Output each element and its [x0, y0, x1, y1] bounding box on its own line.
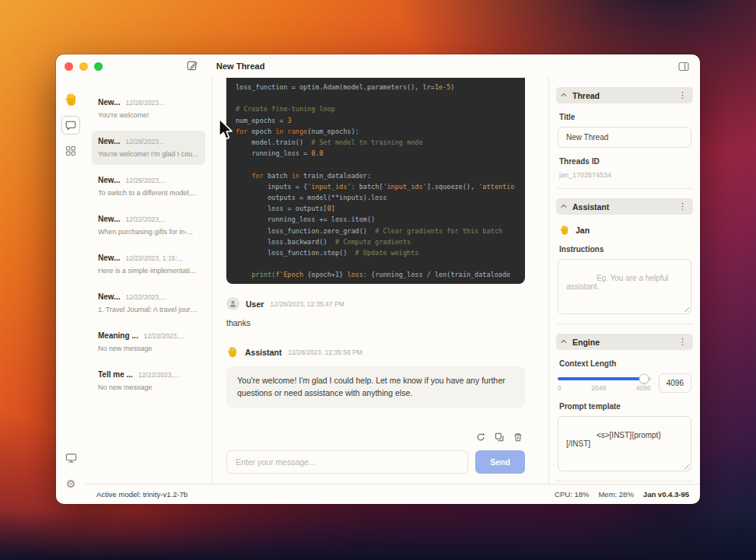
chat-scroll-area[interactable]: loss_function = optim.Adam(model.paramet…: [226, 78, 525, 423]
thread-item-preview: Here is a simple implementati...: [98, 267, 199, 275]
prompt-template-value: <s>[INST]{prompt} [/INST]: [566, 431, 661, 448]
thread-item-date: 12/22/2023, 1:15:...: [126, 254, 183, 262]
grid-icon: [65, 145, 76, 156]
window-title: New Thread: [216, 61, 264, 71]
message-timestamp: 12/28/2023, 12:35:47 PM: [270, 300, 344, 308]
close-button[interactable]: [65, 62, 73, 71]
kebab-menu-icon[interactable]: ⋮: [678, 202, 687, 211]
app-version: Jan v0.4.3-95: [643, 490, 689, 499]
chevron-up-icon: [561, 340, 566, 345]
thread-item-date: 12/26/2023,...: [126, 177, 166, 184]
toggle-right-panel-button[interactable]: [678, 61, 689, 75]
instructions-placeholder: Eg. You are a helpful assistant.: [566, 274, 670, 291]
resize-handle[interactable]: [683, 463, 689, 469]
thread-list: New... 12/28/2023... You're welcome! New…: [86, 78, 212, 484]
assistant-section-header[interactable]: Assistant ⋮: [556, 198, 693, 215]
thread-section-header[interactable]: Thread ⋮: [556, 87, 693, 103]
status-bar: Active model: trinity-v1.2-7b CPU: 18% M…: [86, 484, 700, 504]
thread-title-input[interactable]: New Thread: [558, 127, 691, 148]
copy-button[interactable]: [492, 430, 506, 444]
instructions-textarea[interactable]: Eg. You are a helpful assistant.: [558, 259, 691, 314]
monitor-icon: [65, 453, 77, 464]
thread-item-title: New...: [98, 254, 121, 262]
assistant-message-bubble: You're welcome! I'm glad I could help. L…: [226, 366, 525, 408]
instructions-label: Instructions: [559, 245, 690, 254]
code-block: loss_function = optim.Adam(model.paramet…: [226, 78, 525, 284]
thread-list-item[interactable]: New... 12/22/2023,... 1. Travel Journal:…: [92, 286, 205, 320]
thread-item-preview: You're welcome! I'm glad I cou...: [98, 150, 199, 158]
thread-item-title: New...: [98, 292, 121, 301]
thread-item-preview: To switch to a different model,...: [98, 189, 199, 197]
thread-list-item[interactable]: New... 12/26/2023,... To switch to a dif…: [92, 170, 205, 204]
cpu-status: CPU: 18%: [555, 490, 589, 499]
settings-panel: Thread ⋮ Title New Thread Threads ID jan…: [548, 78, 700, 484]
thread-item-preview: No new message: [98, 345, 199, 352]
titlebar: New Thread: [56, 54, 700, 78]
chat-main: loss_function = optim.Adam(model.paramet…: [212, 78, 548, 484]
nav-hub[interactable]: [61, 142, 80, 160]
left-rail: ⚙: [56, 78, 86, 504]
new-thread-button[interactable]: [187, 60, 198, 75]
regenerate-button[interactable]: [474, 430, 488, 444]
refresh-icon: [476, 432, 485, 442]
assistant-section: Assistant ⋮: [556, 198, 693, 324]
zoom-button[interactable]: [94, 62, 103, 71]
copy-icon: [495, 432, 504, 442]
context-length-value[interactable]: 4096: [659, 373, 691, 393]
app-window: New Thread: [56, 54, 700, 504]
message-input[interactable]: [226, 450, 468, 474]
thread-item-date: 12/22/2023,...: [138, 371, 179, 379]
threads-id-label: Threads ID: [559, 157, 690, 166]
minimize-button[interactable]: [79, 62, 88, 71]
thread-item-title: Tell me ...: [98, 370, 133, 379]
mem-status: Mem: 28%: [598, 490, 633, 499]
active-model-status: Active model: trinity-v1.2-7b: [96, 490, 555, 499]
gear-icon: ⚙: [66, 478, 76, 489]
thread-item-preview: No new message: [98, 383, 199, 391]
kebab-menu-icon[interactable]: ⋮: [678, 91, 687, 100]
slider-handle[interactable]: [639, 374, 649, 384]
message-author: Assistant: [245, 348, 282, 357]
nav-system-monitor[interactable]: [61, 449, 80, 467]
thread-item-preview: When purchasing gifts for in-...: [98, 228, 199, 236]
kebab-menu-icon[interactable]: ⋮: [678, 338, 687, 346]
traffic-lights: [65, 62, 103, 71]
thread-item-date: 12/22/2023,...: [126, 215, 166, 223]
nav-settings[interactable]: ⚙: [61, 474, 80, 493]
send-button[interactable]: Send: [475, 450, 525, 474]
chevron-up-icon: [561, 205, 566, 210]
app-logo: [61, 90, 80, 109]
thread-item-preview: 1. Travel Journal: A travel journ...: [98, 306, 199, 313]
delete-button[interactable]: [511, 430, 525, 444]
context-length-slider[interactable]: [558, 377, 651, 380]
thread-list-item[interactable]: New... 12/22/2023, 1:15:... Here is a si…: [92, 247, 205, 282]
thread-item-date: 12/28/2023...: [126, 138, 165, 145]
composer: Send: [226, 450, 525, 474]
thread-section: Thread ⋮ Title New Thread Threads ID jan…: [556, 87, 693, 189]
sidebar-toggle-icon: [678, 61, 689, 72]
thread-item-title: New...: [98, 215, 121, 223]
wave-hand-icon: [226, 346, 239, 359]
thread-list-item[interactable]: New... 12/28/2023... You're welcome! I'm…: [92, 131, 205, 165]
title-label: Title: [559, 113, 690, 121]
person-icon: [229, 299, 237, 308]
wave-hand-icon: [559, 225, 570, 236]
thread-item-title: New...: [98, 137, 121, 145]
thread-list-item[interactable]: Tell me ... 12/22/2023,... No new messag…: [92, 364, 205, 398]
prompt-template-textarea[interactable]: <s>[INST]{prompt} [/INST]: [558, 416, 691, 471]
message-timestamp: 12/28/2023, 12:35:56 PM: [288, 348, 362, 356]
resize-handle[interactable]: [683, 306, 689, 312]
context-length-label: Context Length: [559, 359, 690, 368]
assistant-name: Jan: [576, 226, 590, 235]
section-title: Thread: [572, 91, 678, 100]
wave-hand-icon: [64, 93, 79, 107]
engine-section-header[interactable]: Engine ⋮: [556, 334, 693, 350]
nav-chat[interactable]: [61, 116, 80, 135]
section-title: Assistant: [572, 202, 678, 212]
thread-list-item[interactable]: Meaning ... 12/22/2023,... No new messag…: [92, 325, 205, 359]
thread-list-item[interactable]: New... 12/28/2023... You're welcome!: [92, 92, 205, 126]
section-title: Engine: [572, 338, 678, 347]
message-author: User: [246, 299, 264, 309]
edit-icon: [187, 60, 198, 72]
thread-list-item[interactable]: New... 12/22/2023,... When purchasing gi…: [92, 208, 205, 243]
